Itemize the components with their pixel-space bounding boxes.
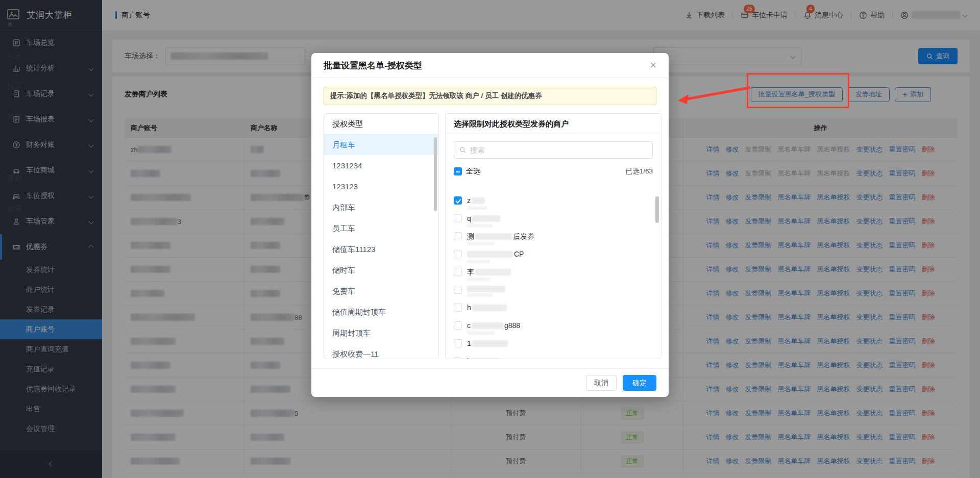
checkbox-unchecked[interactable] xyxy=(454,304,462,312)
auth-type-item-5[interactable]: 储值车11123 xyxy=(324,239,438,260)
cancel-button[interactable]: 取消 xyxy=(586,375,617,391)
redacted-merchant-name xyxy=(472,340,508,347)
auth-type-item-9[interactable]: 周期封顶车 xyxy=(324,322,438,343)
merchant-option-label: q xyxy=(467,214,500,228)
redacted-merchant-name xyxy=(472,322,503,329)
redacted-merchant-subtext xyxy=(467,206,487,210)
redacted-merchant-name xyxy=(475,233,512,240)
auth-type-list: 月租车1231234123123内部车员工车储值车11123储时车免费车储值周期… xyxy=(324,134,438,359)
checkbox-unchecked[interactable] xyxy=(454,339,462,347)
merchant-checkbox-list: zq测后发券CP李hcg8881lag xyxy=(446,194,661,359)
auth-type-item-0[interactable]: 月租车 xyxy=(324,134,438,155)
checkbox-checked[interactable] xyxy=(454,196,462,205)
select-all-row: 全选 已选1/63 xyxy=(446,165,661,178)
redacted-merchant-subtext xyxy=(467,224,493,228)
checkbox-unchecked[interactable] xyxy=(454,268,462,276)
auth-type-item-2[interactable]: 123123 xyxy=(324,176,438,197)
merchant-option[interactable]: CP xyxy=(446,248,661,266)
checkbox-unchecked[interactable] xyxy=(454,321,462,330)
merchant-option[interactable]: 李 xyxy=(446,266,661,284)
merchant-option[interactable]: cg888 xyxy=(446,319,661,337)
redacted-merchant-name xyxy=(472,215,500,222)
merchant-option-label: z xyxy=(467,196,487,210)
redacted-merchant-subtext xyxy=(467,260,490,263)
merchant-option-label: CP xyxy=(467,250,524,263)
checkbox-unchecked[interactable] xyxy=(454,286,462,294)
merchant-option[interactable]: h xyxy=(446,301,661,319)
redacted-merchant-subtext xyxy=(467,293,493,297)
auth-type-item-10[interactable]: 授权收费—11 xyxy=(324,343,438,359)
auth-type-item-8[interactable]: 储值周期封顶车 xyxy=(324,301,438,322)
merchant-option[interactable]: lag xyxy=(446,355,661,359)
merchant-option[interactable] xyxy=(446,284,661,301)
selected-count: 已选1/63 xyxy=(626,167,653,176)
confirm-button[interactable]: 确定 xyxy=(623,375,656,391)
blacklist-auth-type-modal: 批量设置黑名单-授权类型 × 提示:添加的【黑名单授权类型】无法领取该 商户 /… xyxy=(311,53,669,397)
merchant-option[interactable]: q xyxy=(446,212,661,230)
select-all-checkbox[interactable] xyxy=(454,167,462,175)
redacted-merchant-name xyxy=(472,197,485,204)
merchant-option-label: h xyxy=(467,304,507,312)
merchant-option-label xyxy=(467,286,505,297)
auth-type-item-3[interactable]: 内部车 xyxy=(324,197,438,218)
merchant-search-box[interactable] xyxy=(454,141,653,159)
auth-type-panel: 授权类型 月租车1231234123123内部车员工车储值车11123储时车免费… xyxy=(324,113,439,359)
app-root: 图 艾润大掌柜 车场总览统计分析车场记录车场报表财务对账车位商城车位授权车场管家… xyxy=(0,0,980,478)
merchant-option-label: 1 xyxy=(467,339,508,348)
redacted-merchant-subtext xyxy=(467,278,490,281)
redacted-merchant-name xyxy=(467,251,513,258)
auth-type-item-7[interactable]: 免费车 xyxy=(324,281,438,301)
checkbox-unchecked[interactable] xyxy=(454,250,462,258)
select-all-label: 全选 xyxy=(466,167,480,176)
close-icon[interactable]: × xyxy=(650,60,656,71)
merchant-option[interactable]: 1 xyxy=(446,337,661,355)
redacted-merchant-name xyxy=(470,358,499,359)
redacted-merchant-subtext xyxy=(467,331,495,335)
merchant-panel-title: 选择限制对此授权类型发券的商户 xyxy=(446,114,661,134)
redacted-merchant-subtext xyxy=(467,242,495,245)
auth-type-panel-title: 授权类型 xyxy=(324,114,438,134)
merchant-search-input[interactable] xyxy=(470,146,647,154)
checkbox-unchecked[interactable] xyxy=(454,232,462,240)
auth-type-item-4[interactable]: 员工车 xyxy=(324,218,438,239)
modal-warning-alert: 提示:添加的【黑名单授权类型】无法领取该 商户 / 员工 创建的优惠券 xyxy=(324,87,656,105)
redacted-merchant-name xyxy=(472,305,507,311)
merchant-select-panel: 选择限制对此授权类型发券的商户 全选 已选1/63 zq测后发券CP李hcg88… xyxy=(445,113,662,359)
redacted-merchant-name xyxy=(467,286,505,292)
modal-header: 批量设置黑名单-授权类型 × xyxy=(311,53,669,78)
scrollbar-thumb[interactable] xyxy=(655,196,659,223)
modal-footer: 取消 确定 xyxy=(311,368,669,397)
checkbox-unchecked[interactable] xyxy=(454,357,462,359)
auth-type-item-6[interactable]: 储时车 xyxy=(324,260,438,281)
merchant-option-label: 测后发券 xyxy=(467,232,534,245)
redacted-merchant-name xyxy=(475,269,511,275)
scrollbar-thumb[interactable] xyxy=(434,137,437,211)
checkbox-unchecked[interactable] xyxy=(454,214,462,222)
merchant-option-label: cg888 xyxy=(467,321,520,335)
merchant-option[interactable]: z xyxy=(446,194,661,212)
merchant-option-label: 李 xyxy=(467,268,511,281)
modal-title: 批量设置黑名单-授权类型 xyxy=(324,60,422,71)
search-icon xyxy=(459,146,466,154)
merchant-option-label: lag xyxy=(467,357,508,359)
merchant-option[interactable]: 测后发券 xyxy=(446,230,661,248)
auth-type-item-1[interactable]: 1231234 xyxy=(324,155,438,176)
